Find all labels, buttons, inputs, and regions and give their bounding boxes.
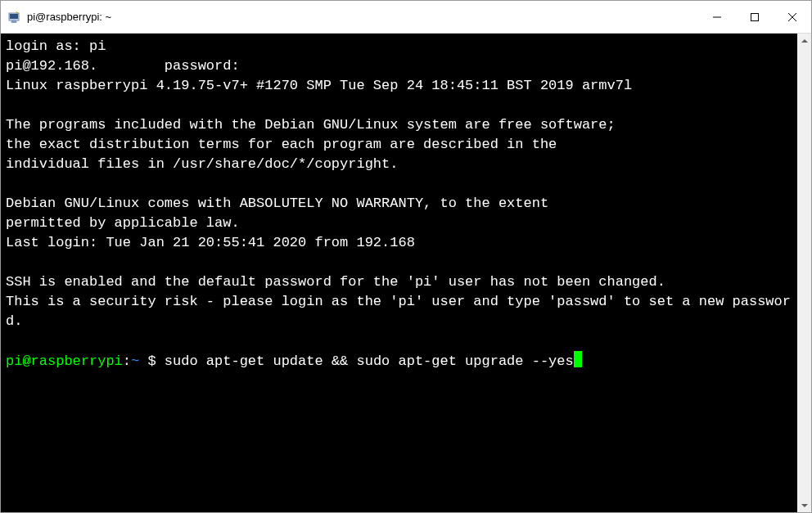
terminal-line: individual files in /usr/share/doc/*/cop…	[6, 156, 398, 172]
terminal-line: Last login: Tue Jan 21 20:55:41 2020 fro…	[6, 235, 415, 250]
putty-window: pi@raspberrypi: ~ login as: pi pi@192.16…	[0, 0, 812, 513]
scrollbar-down-arrow[interactable]	[797, 498, 811, 512]
window-title: pi@raspberrypi: ~	[27, 11, 698, 23]
prompt-user: pi@raspberrypi	[6, 353, 123, 369]
putty-icon	[7, 11, 20, 24]
svg-rect-4	[751, 13, 759, 20]
terminal-line: pi@192.168. password:	[6, 58, 240, 74]
scrollbar[interactable]	[797, 34, 811, 512]
terminal-line: the exact distribution terms for each pr…	[6, 137, 557, 152]
close-button[interactable]	[774, 1, 811, 33]
maximize-icon	[751, 13, 759, 21]
terminal-line: This is a security risk - please login a…	[6, 294, 791, 329]
terminal-line: login as: pi	[6, 38, 106, 54]
terminal-line: SSH is enabled and the default password …	[6, 274, 665, 290]
maximize-button[interactable]	[736, 1, 774, 33]
chevron-down-icon	[801, 502, 808, 509]
terminal-line: Debian GNU/Linux comes with ABSOLUTELY N…	[6, 196, 548, 211]
terminal-line: The programs included with the Debian GN…	[6, 117, 616, 133]
cursor	[574, 351, 582, 367]
terminal-line: Linux raspberrypi 4.19.75-v7+ #1270 SMP …	[6, 78, 632, 93]
minimize-button[interactable]	[698, 1, 736, 33]
prompt-command: sudo apt-get update && sudo apt-get upgr…	[165, 353, 574, 369]
prompt-dollar: $	[139, 353, 165, 369]
chevron-up-icon	[801, 38, 808, 44]
prompt-path: ~	[131, 353, 139, 369]
scrollbar-up-arrow[interactable]	[797, 34, 811, 47]
svg-rect-1	[10, 14, 18, 19]
titlebar[interactable]: pi@raspberrypi: ~	[1, 1, 811, 34]
close-icon	[788, 13, 796, 21]
terminal-wrapper: login as: pi pi@192.168. password: Linux…	[1, 34, 811, 512]
terminal[interactable]: login as: pi pi@192.168. password: Linux…	[1, 34, 797, 512]
prompt-colon: :	[123, 353, 131, 369]
minimize-icon	[713, 13, 721, 21]
svg-rect-3	[11, 21, 16, 22]
window-controls	[698, 1, 811, 33]
terminal-line: permitted by applicable law.	[6, 215, 240, 231]
